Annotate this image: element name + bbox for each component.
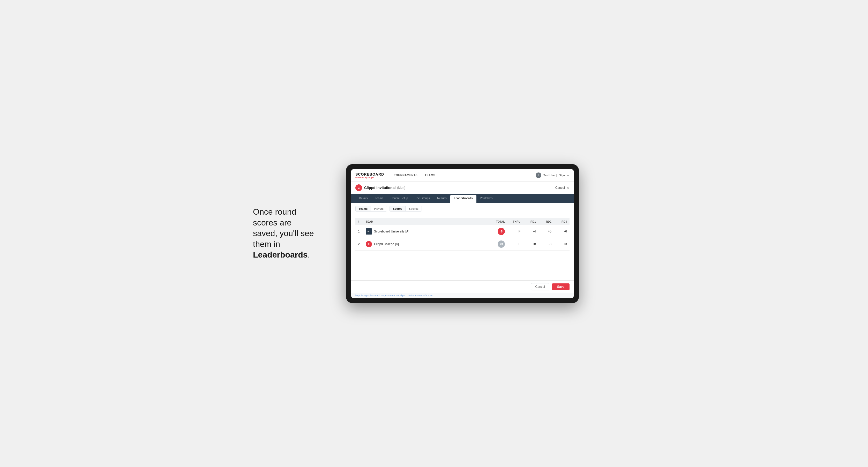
tournament-title: Clippd Invitational [364, 186, 396, 190]
intro-line5-bold: Leaderboards [253, 250, 308, 259]
logo-powered: Powered by clippd [355, 176, 384, 179]
toggle-teams[interactable]: Teams [355, 206, 371, 211]
rank-cell: 2 [355, 238, 363, 250]
tablet-device: SCOREBOARD Powered by clippd TOURNAMENTS… [346, 164, 579, 303]
close-icon: ✕ [566, 186, 569, 190]
user-name: Test User | [544, 174, 557, 177]
total-cell: +3 [489, 238, 507, 250]
intro-line4: them in [253, 240, 280, 249]
col-total: TOTAL [489, 218, 507, 225]
tournament-header: C Clippd Invitational (Men) Cancel ✕ [351, 182, 574, 194]
col-team: TEAM [363, 218, 489, 225]
total-cell: -5 [489, 225, 507, 238]
intro-line5-end: . [308, 250, 310, 259]
url-bar: https://stage-blue-coach.stagesecoreboar… [351, 293, 574, 298]
nav-links: TOURNAMENTS TEAMS [390, 169, 439, 182]
nav-teams[interactable]: TEAMS [421, 169, 439, 182]
rd2-cell: -8 [538, 238, 554, 250]
footer: Cancel Save [351, 280, 574, 293]
col-thru: THRU [507, 218, 523, 225]
rd1-cell: -4 [523, 225, 538, 238]
team-cell: SU Scoreboard University [A] [363, 225, 489, 238]
score-badge: +3 [498, 241, 505, 248]
rd2-cell: +5 [538, 225, 554, 238]
tab-results[interactable]: Results [433, 195, 450, 203]
tab-course-setup[interactable]: Course Setup [387, 195, 411, 203]
score-badge: -5 [498, 228, 505, 235]
team-logo: SU [366, 228, 372, 235]
cancel-button[interactable]: Cancel [531, 283, 549, 290]
team-name: Scoreboard University [A] [374, 229, 409, 233]
logo-text: SCOREBOARD [355, 172, 384, 176]
toggle-players[interactable]: Players [371, 206, 387, 211]
tab-details[interactable]: Details [355, 195, 371, 203]
cancel-header-label: Cancel [555, 186, 565, 190]
intro-line3: saved, you'll see [253, 228, 314, 238]
rd3-cell: -6 [554, 225, 569, 238]
toggle-groups: Teams Players Scores Strokes [355, 206, 569, 215]
user-avatar: S [536, 173, 541, 178]
content-area: Teams Players Scores Strokes # TEAM T [351, 203, 574, 280]
nav-right: S Test User | Sign out [536, 173, 569, 178]
tab-tee-groups[interactable]: Tee Groups [411, 195, 433, 203]
col-rd2: RD2 [538, 218, 554, 225]
col-rd1: RD1 [523, 218, 538, 225]
col-rank: # [355, 218, 363, 225]
nav-tournaments[interactable]: TOURNAMENTS [390, 169, 421, 182]
team-name: Clippd College [A] [374, 242, 399, 246]
logo-area: SCOREBOARD Powered by clippd [355, 172, 384, 179]
cancel-header-button[interactable]: Cancel ✕ [555, 186, 569, 190]
tab-bar: Details Teams Course Setup Tee Groups Re… [351, 194, 574, 203]
sign-out-link[interactable]: Sign out [559, 174, 569, 177]
thru-cell: F [507, 238, 523, 250]
toggle-scores[interactable]: Scores [390, 206, 406, 211]
tab-leaderboards[interactable]: Leaderboards [450, 195, 476, 203]
rd1-cell: +8 [523, 238, 538, 250]
rank-cell: 1 [355, 225, 363, 238]
toggle-strokes[interactable]: Strokes [406, 206, 421, 211]
team-cell: C Clippd College [A] [363, 238, 489, 250]
intro-line2: scores are [253, 218, 291, 227]
leaderboard-table: # TEAM TOTAL THRU RD1 RD2 RD3 1 SU [355, 218, 569, 251]
tournament-subtitle: (Men) [397, 186, 405, 190]
thru-cell: F [507, 225, 523, 238]
tab-teams[interactable]: Teams [371, 195, 387, 203]
scores-strokes-toggle: Scores Strokes [390, 206, 422, 212]
table-row: 2 C Clippd College [A] +3 F +8 -8 +3 [355, 238, 569, 250]
rd3-cell: +3 [554, 238, 569, 250]
intro-line1: Once round [253, 207, 296, 216]
col-rd3: RD3 [554, 218, 569, 225]
save-button[interactable]: Save [552, 283, 569, 290]
app-window: SCOREBOARD Powered by clippd TOURNAMENTS… [351, 169, 574, 298]
tournament-icon: C [355, 184, 362, 191]
tab-printables[interactable]: Printables [476, 195, 496, 203]
table-row: 1 SU Scoreboard University [A] -5 F -4 +… [355, 225, 569, 238]
teams-players-toggle: Teams Players [355, 206, 387, 212]
top-navigation: SCOREBOARD Powered by clippd TOURNAMENTS… [351, 169, 574, 182]
intro-text: Once round scores are saved, you'll see … [253, 207, 331, 260]
team-logo: C [366, 241, 372, 247]
